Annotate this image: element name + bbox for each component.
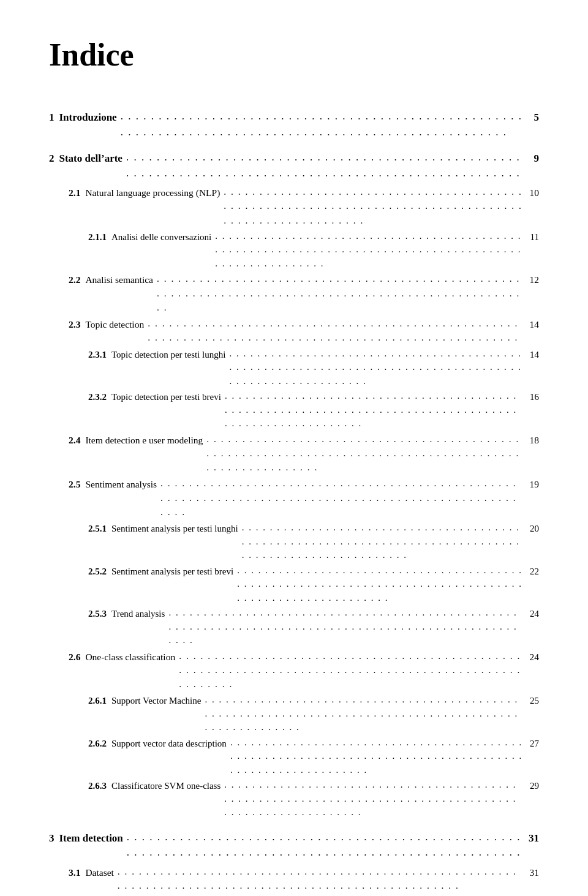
- toc-entry: 2.3.2Topic detection per testi brevi16: [49, 390, 539, 432]
- toc-entry-page: 19: [530, 477, 540, 491]
- toc-entry-number: 2: [49, 151, 55, 167]
- toc-entry-page: 20: [530, 522, 539, 536]
- toc-entry-dots: [242, 521, 524, 562]
- toc-entry: 2.5Sentiment analysis19: [49, 477, 539, 520]
- toc-entry-dots: [179, 649, 523, 691]
- toc-entry-page: 18: [530, 433, 540, 447]
- toc-entry-title: Introduzione: [59, 110, 117, 126]
- toc-entry-page: 14: [530, 348, 539, 362]
- toc-entry: 3.1Dataset31: [49, 865, 539, 894]
- toc-entry-dots: [206, 432, 523, 475]
- toc-entry-dots: [121, 108, 528, 140]
- toc-entry-page: 27: [530, 737, 539, 751]
- toc-entry-title: Topic detection per testi lunghi: [111, 348, 225, 362]
- toc-entry-title: Classificatore SVM one-class: [111, 779, 221, 793]
- toc-entry: 2.6One-class classification24: [49, 650, 539, 693]
- toc-entry: 2.3Topic detection14: [49, 317, 539, 346]
- toc-entry-dots: [225, 389, 524, 431]
- toc-entry-number: 2.6: [69, 650, 80, 664]
- toc-entry-dots: [229, 347, 524, 388]
- toc-entry-page: 12: [530, 273, 540, 287]
- toc-entry-page: 9: [534, 151, 540, 167]
- toc-entry-page: 10: [530, 186, 540, 200]
- toc-entry: 1Introduzione5: [49, 110, 539, 141]
- toc-entry-title: Support Vector Machine: [111, 694, 201, 708]
- toc-entry-title: Item detection: [59, 830, 123, 846]
- toc-entry-number: 3.1: [69, 865, 80, 879]
- toc-entry-page: 31: [529, 830, 539, 846]
- toc-entry: 2.4Item detection e user modeling18: [49, 433, 539, 476]
- toc-entry-number: 2.3.1: [88, 348, 107, 362]
- toc-entry-title: Trend analysis: [111, 607, 165, 621]
- toc-entry-title: Topic detection per testi brevi: [111, 390, 221, 404]
- toc-entry: 2.5.3Trend analysis24: [49, 607, 539, 649]
- toc-entry-number: 2.4: [69, 433, 80, 447]
- toc-entry-number: 1: [49, 110, 55, 126]
- toc-entry: 2.6.3Classificatore SVM one-class29: [49, 779, 539, 821]
- toc-entry-number: 2.5.3: [88, 607, 107, 621]
- toc-entry: 2.6.2Support vector data description27: [49, 737, 539, 778]
- toc-entry-number: 2.1.1: [88, 230, 107, 244]
- toc-entry-number: 2.6.2: [88, 737, 107, 751]
- toc-entry-number: 2.1: [69, 186, 80, 200]
- toc-entry: 2.5.1Sentiment analysis per testi lunghi…: [49, 522, 539, 563]
- toc-entry-dots: [118, 864, 524, 893]
- toc-entry-dots: [127, 829, 522, 860]
- toc-entry-number: 3: [49, 830, 55, 846]
- toc-entry: 2.5.2Sentiment analysis per testi brevi2…: [49, 565, 539, 606]
- toc-entry-page: 24: [530, 607, 539, 621]
- toc-entry-number: 2.3: [69, 317, 80, 331]
- toc-entry: 2.3.1Topic detection per testi lunghi14: [49, 348, 539, 390]
- toc-entry-page: 16: [530, 390, 539, 404]
- toc-entry-dots: [215, 229, 524, 271]
- toc-entry-title: Topic detection: [85, 317, 144, 331]
- toc-entry-number: 2.5.1: [88, 522, 107, 536]
- toc-entry-page: 31: [530, 865, 540, 879]
- toc-entry-number: 2.6.3: [88, 779, 107, 793]
- toc-entry-number: 2.3.2: [88, 390, 107, 404]
- toc-entry-title: One-class classification: [85, 650, 175, 664]
- toc-entry-title: Sentiment analysis per testi lunghi: [111, 522, 238, 536]
- toc-entry-number: 2.5.2: [88, 565, 107, 579]
- toc-entry-page: 11: [530, 230, 539, 244]
- toc-entry-title: Dataset: [85, 865, 113, 879]
- toc-entry-dots: [126, 149, 528, 181]
- toc-entry-page: 5: [534, 110, 540, 126]
- toc-entry-title: Analisi delle conversazioni: [111, 230, 211, 244]
- toc-entry-page: 29: [530, 779, 539, 793]
- toc-entry-page: 25: [530, 694, 539, 708]
- toc-entry: 2.6.1Support Vector Machine25: [49, 694, 539, 736]
- table-of-contents: 1Introduzione52Stato dell’arte92.1Natura…: [49, 110, 539, 896]
- toc-entry-dots: [205, 693, 524, 734]
- toc-entry: 2.1Natural language processing (NLP)10: [49, 186, 539, 228]
- toc-entry: 3Item detection31: [49, 830, 539, 862]
- toc-entry-dots: [168, 606, 524, 647]
- page-title: Indice: [49, 37, 539, 73]
- toc-entry-page: 14: [530, 317, 540, 331]
- toc-entry-dots: [160, 476, 523, 519]
- toc-entry-page: 22: [530, 565, 539, 579]
- toc-entry-title: Sentiment analysis per testi brevi: [111, 565, 233, 579]
- toc-entry-title: Sentiment analysis: [85, 477, 157, 491]
- toc-entry: 2.1.1Analisi delle conversazioni11: [49, 230, 539, 272]
- toc-entry-dots: [148, 316, 523, 345]
- toc-entry: 2Stato dell’arte9: [49, 151, 539, 182]
- toc-entry-title: Natural language processing (NLP): [85, 186, 220, 200]
- toc-entry-dots: [237, 563, 524, 605]
- toc-entry-dots: [157, 271, 524, 314]
- toc-entry-number: 2.6.1: [88, 694, 107, 708]
- toc-entry-title: Analisi semantica: [85, 273, 153, 287]
- toc-entry-dots: [230, 736, 524, 777]
- toc-entry-title: Item detection e user modeling: [85, 433, 203, 447]
- toc-entry-title: Stato dell’arte: [59, 151, 123, 167]
- toc-entry-title: Support vector data description: [111, 737, 227, 751]
- toc-entry-number: 2.5: [69, 477, 80, 491]
- toc-entry-number: 2.2: [69, 273, 80, 287]
- toc-entry-dots: [224, 184, 523, 227]
- toc-entry-page: 24: [530, 650, 540, 664]
- toc-entry: 2.2Analisi semantica12: [49, 273, 539, 315]
- toc-entry-dots: [224, 778, 524, 819]
